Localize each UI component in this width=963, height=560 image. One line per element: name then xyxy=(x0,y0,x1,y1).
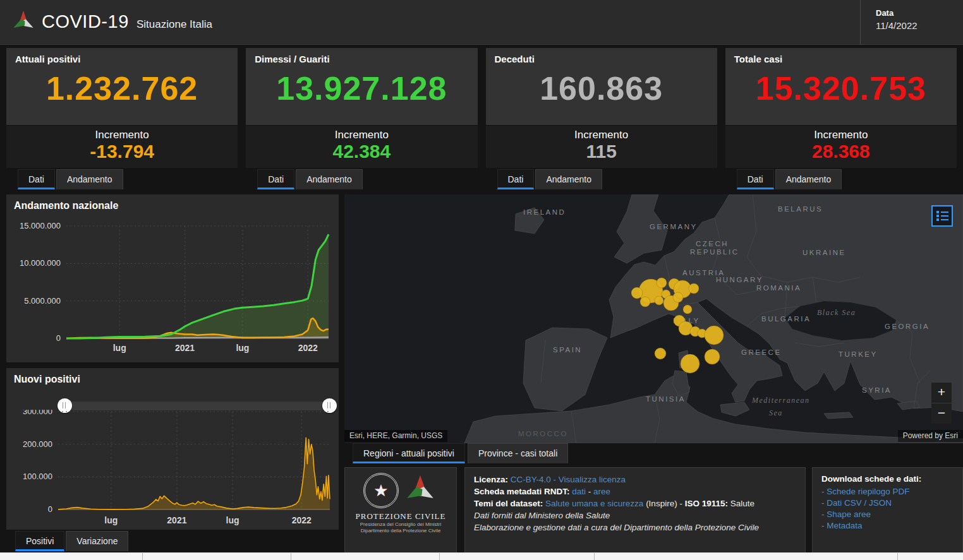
download-link[interactable]: - Shape aree xyxy=(821,509,954,520)
map-label: UKRAINE xyxy=(802,249,846,256)
svg-text:2022: 2022 xyxy=(298,343,318,353)
logo-subtitle: Dipartimento della Protezione Civile xyxy=(345,528,456,534)
svg-text:300.000: 300.000 xyxy=(23,410,52,416)
card-value: 13.927.128 xyxy=(255,69,468,107)
salute-link[interactable]: Salute umana e sicurezza xyxy=(545,499,643,508)
map-label: REPUBLIC xyxy=(690,248,739,256)
data-management-note: Elaborazione e gestione dati a cura del … xyxy=(474,522,796,533)
data-source-note: Dati forniti dal Ministero della Salute xyxy=(474,510,796,521)
increment-label: Incremento xyxy=(6,129,238,141)
time-range-slider[interactable] xyxy=(64,402,330,410)
view-license-link[interactable]: Visualizza licenza xyxy=(559,475,626,484)
card-title: Deceduti xyxy=(495,54,708,64)
card-title: Attuali positivi xyxy=(15,54,229,64)
region-bubble[interactable] xyxy=(705,326,724,345)
andamento-chart-svg: lug2021lug202205.000.00010.000.00015.000… xyxy=(6,211,339,359)
map-label: SYRIA xyxy=(862,386,892,394)
date-label: Data xyxy=(876,8,963,18)
map-label: MOROCCO xyxy=(518,430,568,438)
card-deceduti: Deceduti 160.863 Incremento 115 Dati And… xyxy=(486,48,717,191)
card-title: Totale casi xyxy=(734,54,948,64)
legend-list-icon xyxy=(933,206,952,225)
tab-province[interactable]: Province - casi totali xyxy=(468,443,568,463)
tab-dati[interactable]: Dati xyxy=(737,169,774,189)
zoom-in-button[interactable]: + xyxy=(931,383,952,403)
map-label: TUNISIA xyxy=(646,395,686,403)
map-label: BELARUS xyxy=(778,205,823,213)
tab-dati[interactable]: Dati xyxy=(497,169,535,189)
svg-text:100.000: 100.000 xyxy=(23,472,52,481)
stat-cards-row: Attuali positivi 1.232.762 Incremento -1… xyxy=(6,48,957,191)
svg-text:0: 0 xyxy=(48,504,52,514)
nuovi-positivi-tabs: Positivi Variazione xyxy=(15,531,128,551)
date-box: Data 11/4/2022 xyxy=(860,0,963,45)
tab-andamento[interactable]: Andamento xyxy=(56,169,123,189)
svg-text:5.000.000: 5.000.000 xyxy=(24,296,61,306)
footer-info-box: Licenza: CC-BY-4.0 - Visualizza licenza … xyxy=(464,467,806,554)
svg-text:lug: lug xyxy=(113,343,126,353)
andamento-nazionale-panel: Andamento nazionale lug2021lug202205.000… xyxy=(6,194,339,362)
logo-subtitle: Presidenza del Consiglio dei Ministri xyxy=(345,521,456,528)
download-links: - Schede riepilogo PDF- Dati CSV / JSON-… xyxy=(821,486,954,532)
region-bubble[interactable] xyxy=(705,349,720,364)
rndt-dati-link[interactable]: dati xyxy=(572,487,586,496)
next-row-edge xyxy=(0,552,963,560)
increment-label: Incremento xyxy=(246,129,477,141)
region-bubble[interactable] xyxy=(640,297,650,307)
svg-text:lug: lug xyxy=(226,515,239,525)
map-label: GREECE xyxy=(741,349,782,356)
protezione-civile-logo-icon xyxy=(10,9,37,35)
chart-title: Nuovi positivi xyxy=(6,368,339,385)
tab-andamento[interactable]: Andamento xyxy=(775,169,842,189)
map-canvas[interactable]: IRELANDGERMANYBELARUSCZECHREPUBLICUKRAIN… xyxy=(344,194,963,443)
rndt-aree-link[interactable]: aree xyxy=(593,487,610,496)
card-attuali-positivi: Attuali positivi 1.232.762 Incremento -1… xyxy=(6,48,238,191)
region-bubble[interactable] xyxy=(631,287,643,299)
download-link[interactable]: - Dati CSV / JSON xyxy=(821,497,954,509)
region-bubble[interactable] xyxy=(689,283,699,294)
tab-positivi[interactable]: Positivi xyxy=(15,531,64,551)
map-label: TURKEY xyxy=(839,350,878,358)
region-bubble[interactable] xyxy=(655,296,663,305)
app-header: COVID-19 Situazione Italia Data 11/4/202… xyxy=(0,0,963,45)
andamento-chart: lug2021lug202205.000.00010.000.00015.000… xyxy=(6,211,339,362)
nuovi-positivi-panel: Nuovi positivi lug2021lug20220100.000200… xyxy=(6,368,339,530)
tab-andamento[interactable]: Andamento xyxy=(296,169,363,189)
europe-map[interactable]: IRELANDGERMANYBELARUSCZECHREPUBLICUKRAIN… xyxy=(344,194,963,443)
card-title: Dimessi / Guariti xyxy=(255,54,468,64)
zoom-out-button[interactable]: − xyxy=(931,403,952,424)
download-link[interactable]: - Schede riepilogo PDF xyxy=(821,486,954,497)
download-box: Download schede e dati: - Schede riepilo… xyxy=(812,467,963,554)
card-value: 1.232.762 xyxy=(15,69,229,107)
svg-text:15.000.000: 15.000.000 xyxy=(20,221,61,230)
region-bubble[interactable] xyxy=(681,354,700,373)
region-bubble[interactable] xyxy=(673,292,683,302)
tab-dati[interactable]: Dati xyxy=(18,169,55,189)
tab-dati[interactable]: Dati xyxy=(257,169,294,189)
svg-text:lug: lug xyxy=(104,515,118,525)
svg-text:0: 0 xyxy=(56,333,61,343)
map-label: BULGARIA xyxy=(761,315,811,323)
page-subtitle: Situazione Italia xyxy=(136,18,212,31)
tab-regioni[interactable]: Regioni - attuali positivi xyxy=(353,443,465,463)
card-value: 160.863 xyxy=(495,69,708,107)
protezione-civile-logo-icon xyxy=(403,473,438,508)
increment-label: Incremento xyxy=(486,129,717,141)
increment-value: 115 xyxy=(486,141,717,162)
download-link[interactable]: - Metadata xyxy=(821,520,954,532)
region-bubble[interactable] xyxy=(655,348,666,359)
map-label: IRELAND xyxy=(523,208,566,216)
legend-button[interactable] xyxy=(931,205,953,227)
card-dimessi-guariti: Dimessi / Guariti 13.927.128 Incremento … xyxy=(246,48,477,191)
tab-andamento[interactable]: Andamento xyxy=(535,169,602,189)
map-label: SPAIN xyxy=(553,346,582,354)
map-tabs: Regioni - attuali positivi Province - ca… xyxy=(353,443,568,463)
increment-value: 42.384 xyxy=(246,141,477,162)
region-bubble[interactable] xyxy=(657,278,667,288)
increment-value: -13.794 xyxy=(6,141,238,162)
tab-variazione[interactable]: Variazione xyxy=(66,531,128,551)
map-label: CZECH xyxy=(696,240,729,247)
license-link[interactable]: CC-BY-4.0 xyxy=(511,475,551,484)
region-bubble[interactable] xyxy=(683,305,692,314)
map-attribution: Esri, HERE, Garmin, USGS xyxy=(344,430,447,442)
